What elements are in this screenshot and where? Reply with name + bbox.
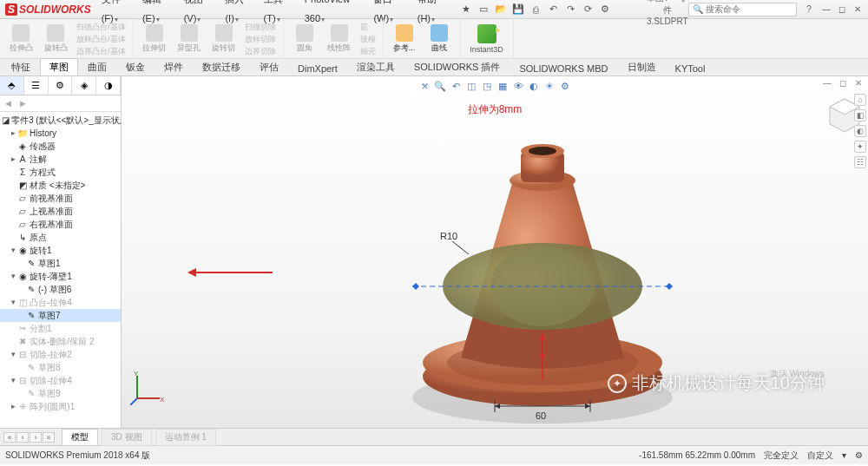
instant3d-button[interactable]: Instant3D xyxy=(464,24,510,54)
zoom-fit-icon[interactable]: ⤧ xyxy=(418,80,431,92)
taskpane-design-icon[interactable]: ◧ xyxy=(854,109,866,121)
tab-3dview[interactable]: 3D 视图 xyxy=(102,429,152,446)
tree-row[interactable]: ▸⁜阵列(圆周)1 xyxy=(0,400,121,413)
options-icon[interactable]: ⚙ xyxy=(598,3,612,16)
tab-surfaces[interactable]: 曲面 xyxy=(78,58,116,75)
tree-row[interactable]: ▸📁History xyxy=(0,127,121,140)
taskpane-home-icon[interactable]: ⌂ xyxy=(854,94,866,106)
tab-render[interactable]: 渲染工具 xyxy=(347,58,404,75)
tab-evaluate[interactable]: 评估 xyxy=(250,58,288,75)
tree-row[interactable]: ✎草图9 xyxy=(0,387,121,400)
minimize-button[interactable]: — xyxy=(819,4,833,14)
nav-fwd-icon[interactable]: ► xyxy=(18,98,28,108)
tab-sheetmetal[interactable]: 钣金 xyxy=(116,58,155,75)
tree-row[interactable]: ▾◫凸台-拉伸4 xyxy=(0,296,121,309)
curves-button[interactable]: 曲线 xyxy=(422,24,457,54)
tab-next-icon[interactable]: › xyxy=(30,432,42,443)
taskpane-forum-icon[interactable]: ☷ xyxy=(854,156,866,168)
config-tab[interactable]: ⚙ xyxy=(49,76,73,95)
prev-view-icon[interactable]: ↶ xyxy=(450,80,462,92)
appearance-icon[interactable]: ◐ xyxy=(528,80,540,92)
close-button[interactable]: ✕ xyxy=(851,4,865,14)
search-input[interactable] xyxy=(706,4,792,14)
tab-kytool[interactable]: KYTool xyxy=(666,61,715,75)
feature-tree-tab[interactable]: ⬘ xyxy=(0,76,24,95)
loft-cut-label[interactable]: 放样切除 xyxy=(241,33,279,45)
tab-mbd[interactable]: SOLIDWORKS MBD xyxy=(510,61,617,75)
dimxpert-tab[interactable]: ◈ xyxy=(72,76,96,95)
tab-weldments[interactable]: 焊件 xyxy=(155,58,193,75)
expand-icon[interactable]: ▾ xyxy=(9,375,17,386)
rebuild-icon[interactable]: ⟳ xyxy=(581,3,595,16)
tree-row[interactable]: ✂分割1 xyxy=(0,322,121,335)
fillet-button[interactable]: 圆角 xyxy=(287,21,322,57)
tree-row[interactable]: ✎草图1 xyxy=(0,257,121,270)
boundary-cut-label[interactable]: 边界切除 xyxy=(241,45,279,57)
section-icon[interactable]: ◫ xyxy=(465,80,477,92)
help-button[interactable]: ? xyxy=(802,4,816,14)
loft-boss-label[interactable]: 放样凸台/基体 xyxy=(73,33,129,45)
tree-row[interactable]: ↳原点 xyxy=(0,231,121,244)
display-tab[interactable]: ◑ xyxy=(96,76,121,95)
maximize-button[interactable]: ◻ xyxy=(835,4,849,14)
hide-show-icon[interactable]: 👁 xyxy=(512,80,524,92)
revolved-boss-button[interactable]: 旋转凸 xyxy=(38,21,73,57)
taskpane-appearance-icon[interactable]: ◐ xyxy=(854,125,866,137)
view-settings-icon[interactable]: ⚙ xyxy=(559,80,571,92)
expand-icon[interactable]: ▸ xyxy=(9,128,17,139)
doc-restore[interactable]: ◻ xyxy=(837,78,849,88)
nav-back-icon[interactable]: ◄ xyxy=(3,98,13,108)
expand-icon[interactable]: ▸ xyxy=(9,401,17,412)
tab-dimxpert[interactable]: DimXpert xyxy=(288,61,347,75)
swept-boss-label[interactable]: 扫描凸台/基体 xyxy=(73,21,129,33)
display-style-icon[interactable]: ▦ xyxy=(496,80,509,92)
expand-icon[interactable]: ▾ xyxy=(9,271,17,282)
tree-row[interactable]: Σ方程式 xyxy=(0,166,121,179)
reference-geom-button[interactable]: 参考... xyxy=(387,24,422,54)
shell-label[interactable]: 抽壳 xyxy=(357,45,379,57)
expand-icon[interactable]: ▸ xyxy=(9,154,17,165)
tab-sketch[interactable]: 草图 xyxy=(40,58,78,75)
feature-tree[interactable]: ◪ 零件3 (默认<<默认>_显示状态 ▸📁History◈传感器▸A注解Σ方程… xyxy=(0,112,121,428)
tab-model[interactable]: 模型 xyxy=(62,429,98,446)
tree-row[interactable]: ✖实体-删除/保留 2 xyxy=(0,335,121,348)
scene-icon[interactable]: ☀ xyxy=(543,80,556,92)
tree-row[interactable]: ▾⊟切除-拉伸2 xyxy=(0,348,121,361)
star-icon[interactable]: ★ xyxy=(459,3,473,16)
print-icon[interactable]: ⎙ xyxy=(529,3,542,16)
expand-icon[interactable]: ▾ xyxy=(9,245,17,256)
tab-first-icon[interactable]: « xyxy=(3,432,16,443)
tree-row[interactable]: ✎草图7 xyxy=(0,309,121,322)
status-gear-icon[interactable]: ⚙ xyxy=(855,450,863,460)
tab-features[interactable]: 特征 xyxy=(2,58,40,75)
rib-label[interactable]: 筋 xyxy=(357,21,379,33)
tree-row[interactable]: ▾◉旋转-薄壁1 xyxy=(0,270,121,283)
view-orient-icon[interactable]: ◳ xyxy=(481,80,493,92)
tree-row[interactable]: ▱右视基准面 xyxy=(0,218,121,231)
redo-icon[interactable]: ↷ xyxy=(563,3,577,16)
boundary-boss-label[interactable]: 边界凸台/基体 xyxy=(73,45,129,57)
tab-manufacture[interactable]: 日制造 xyxy=(618,58,666,75)
zoom-area-icon[interactable]: 🔍 xyxy=(434,80,446,92)
tree-row[interactable]: ▾◉旋转1 xyxy=(0,244,121,257)
taskpane-custom-icon[interactable]: ✦ xyxy=(854,141,866,153)
expand-icon[interactable]: ▾ xyxy=(9,349,17,360)
hole-wizard-button[interactable]: 异型孔 xyxy=(172,21,207,57)
tab-data-migration[interactable]: 数据迁移 xyxy=(193,58,250,75)
tree-row[interactable]: ◈传感器 xyxy=(0,140,121,153)
tab-last-icon[interactable]: » xyxy=(43,432,55,443)
tree-row[interactable]: ▱上视基准面 xyxy=(0,205,121,218)
tree-row[interactable]: ◩材质 <未指定> xyxy=(0,179,121,192)
tree-row[interactable]: ▱前视基准面 xyxy=(0,192,121,205)
save-icon[interactable]: 💾 xyxy=(511,3,525,16)
extruded-cut-button[interactable]: 拉伸切 xyxy=(137,21,172,57)
status-chevron-icon[interactable]: ▾ xyxy=(842,450,846,460)
graphics-viewport[interactable]: ⤧ 🔍 ↶ ◫ ◳ ▦ 👁 ◐ ☀ ⚙ — ◻ ✕ 拉伸为8mm xyxy=(122,76,868,428)
draft-label[interactable]: 拔模 xyxy=(357,33,379,45)
doc-minimize[interactable]: — xyxy=(821,78,833,88)
tree-row[interactable]: ✎(-) 草图6 xyxy=(0,283,121,296)
open-icon[interactable]: 📂 xyxy=(494,3,508,16)
expand-icon[interactable]: ▾ xyxy=(9,297,17,308)
undo-icon[interactable]: ↶ xyxy=(546,3,560,16)
tree-root[interactable]: ◪ 零件3 (默认<<默认>_显示状态 xyxy=(0,114,121,127)
